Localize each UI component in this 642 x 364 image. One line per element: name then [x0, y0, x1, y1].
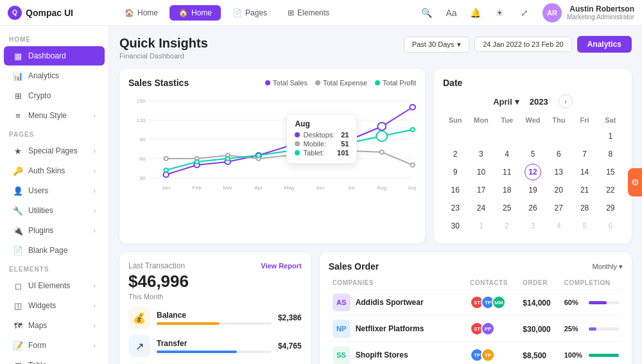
contacts-cell: STPP: [466, 316, 519, 342]
sidebar-label-users: Users: [28, 186, 89, 195]
calendar-day[interactable]: 5: [577, 218, 593, 234]
calendar-day[interactable]: 10: [473, 164, 489, 180]
calendar-day[interactable]: 1: [473, 218, 489, 234]
calendar-day[interactable]: 7: [577, 146, 593, 162]
calendar-day[interactable]: 26: [525, 200, 541, 216]
calendar-day[interactable]: 21: [577, 182, 593, 198]
svg-point-10: [163, 172, 169, 177]
tab-pages[interactable]: 📄 Pages: [223, 5, 276, 21]
settings-button[interactable]: ☀: [491, 4, 509, 22]
sidebar-item-widgets[interactable]: ◫ Widgets ›: [4, 296, 105, 315]
txn-bar: [157, 322, 220, 325]
sidebar-item-maps[interactable]: 🗺 Maps ›: [4, 316, 105, 335]
calendar-day[interactable]: 2: [447, 146, 464, 162]
sidebar-item-menu-style[interactable]: ≡ Menu Style ›: [4, 106, 105, 125]
calendar-day[interactable]: 2: [499, 218, 516, 234]
pages-icon: 📄: [232, 8, 242, 17]
translate-button[interactable]: Aa: [442, 4, 460, 22]
sidebar-item-dashboard[interactable]: ▦ Dashboard: [4, 46, 105, 65]
sidebar-item-auth-skins[interactable]: 🔑 Auth Skins ›: [4, 161, 105, 180]
calendar-day[interactable]: 1: [602, 128, 619, 144]
completion-bar-wrap: [589, 327, 619, 331]
right-edge-button[interactable]: ⚙: [628, 168, 642, 196]
company-name: Addidis Sportwear: [356, 298, 424, 307]
view-report-link[interactable]: View Report: [261, 262, 301, 270]
completion-bar: [589, 301, 607, 304]
sidebar-item-crypto[interactable]: ⊞ Crypto: [4, 86, 105, 105]
calendar-day-header: Thu: [546, 114, 571, 126]
txn-label: Last Transaction: [128, 261, 185, 270]
calendar-day[interactable]: 22: [602, 182, 619, 198]
calendar-day[interactable]: 17: [473, 182, 489, 198]
calendar-day[interactable]: 6: [550, 146, 567, 162]
sidebar-icon-form: 📝: [13, 340, 23, 351]
sidebar-icon-blank-page: 📄: [13, 245, 23, 256]
order-header: Sales Order Monthly ▾: [329, 261, 623, 272]
chart-area: 150 120 90 60 30: [128, 94, 416, 197]
calendar-next-button[interactable]: ›: [559, 94, 573, 108]
date-filter-dropdown[interactable]: Past 30 Days ▾: [404, 37, 469, 53]
bell-button[interactable]: 🔔: [467, 4, 485, 22]
calendar-day[interactable]: 3: [473, 146, 489, 162]
table-row: NP Netflixer Platforms STPP $30,000 25%: [329, 316, 623, 342]
calendar-day[interactable]: 8: [602, 146, 619, 162]
order-table-body: AS Addidis Sportwear STTPMM $14,000 60% …: [329, 290, 623, 365]
calendar-day[interactable]: 12: [525, 164, 541, 180]
tooltip-val-desktops: 21: [341, 131, 349, 139]
sidebar-item-special-pages[interactable]: ★ Special Pages ›: [4, 141, 105, 160]
completion-pct: 25%: [564, 325, 584, 333]
sidebar-item-blank-page[interactable]: 📄 Blank Page: [4, 241, 105, 260]
svg-point-28: [164, 168, 168, 172]
sidebar: Home▦ Dashboard 📊 Analytics ⊞ Crypto ≡ M…: [0, 26, 109, 364]
sidebar-item-plugins[interactable]: 🔌 Plugins ›: [4, 221, 105, 240]
date-card-header: Date: [443, 78, 623, 88]
svg-text:Feb: Feb: [192, 185, 202, 191]
tab-home-active[interactable]: 🏠 Home: [169, 5, 221, 21]
calendar-day-header: Wed: [521, 114, 545, 126]
svg-text:Jul: Jul: [347, 185, 354, 191]
calendar-day[interactable]: 13: [550, 164, 567, 180]
analytics-button[interactable]: Analytics: [577, 36, 632, 53]
sidebar-label-dashboard: Dashboard: [28, 51, 96, 60]
calendar-day[interactable]: 20: [550, 182, 567, 198]
sidebar-item-ui-elements[interactable]: ◻ UI Elements ›: [4, 276, 105, 295]
calendar-day[interactable]: 27: [550, 200, 567, 216]
order-period-dropdown[interactable]: Monthly ▾: [592, 263, 623, 271]
calendar-day[interactable]: 23: [447, 200, 464, 216]
search-button[interactable]: 🔍: [418, 4, 436, 22]
calendar-day[interactable]: 29: [602, 200, 619, 216]
completion-bar: [589, 354, 619, 357]
calendar-day[interactable]: 9: [447, 164, 464, 180]
calendar-day[interactable]: 14: [577, 164, 593, 180]
sales-card-title: Sales Stastics: [128, 78, 189, 88]
calendar-day[interactable]: 18: [499, 182, 516, 198]
calendar-day[interactable]: 19: [525, 182, 541, 198]
calendar-day[interactable]: 28: [577, 200, 593, 216]
sidebar-icon-users: 👤: [13, 186, 23, 196]
svg-text:Apr: Apr: [254, 185, 263, 191]
calendar-day[interactable]: 25: [499, 200, 516, 216]
tab-home-ghost[interactable]: 🏠 Home: [116, 5, 167, 21]
sidebar-item-utilities[interactable]: 🔧 Utilities ›: [4, 201, 105, 220]
calendar-day[interactable]: 24: [473, 200, 489, 216]
calendar-day[interactable]: 4: [499, 146, 516, 162]
sidebar-item-table[interactable]: ⊞ Table ›: [4, 356, 105, 364]
sidebar-item-users[interactable]: 👤 Users ›: [4, 181, 105, 200]
calendar-day[interactable]: 15: [602, 164, 619, 180]
sidebar-item-analytics[interactable]: 📊 Analytics: [4, 66, 105, 85]
calendar-day[interactable]: 16: [447, 182, 464, 198]
calendar-day[interactable]: 5: [525, 146, 541, 162]
tooltip-dot-desktops: [295, 132, 300, 137]
expand-button[interactable]: ⤢: [516, 4, 534, 22]
calendar-day[interactable]: 4: [550, 218, 567, 234]
calendar-day[interactable]: 6: [602, 218, 619, 234]
calendar-day[interactable]: 3: [525, 218, 541, 234]
svg-text:May: May: [284, 185, 295, 191]
legend-dot: [315, 80, 320, 85]
calendar-day-empty: [499, 128, 516, 144]
calendar-day[interactable]: 11: [499, 164, 516, 180]
sidebar-item-form[interactable]: 📝 Form ›: [4, 336, 105, 355]
txn-item: ↗ Transfer $4,765: [128, 335, 302, 357]
tab-elements[interactable]: ⊞ Elements: [279, 5, 338, 21]
calendar-day[interactable]: 30: [447, 218, 464, 234]
